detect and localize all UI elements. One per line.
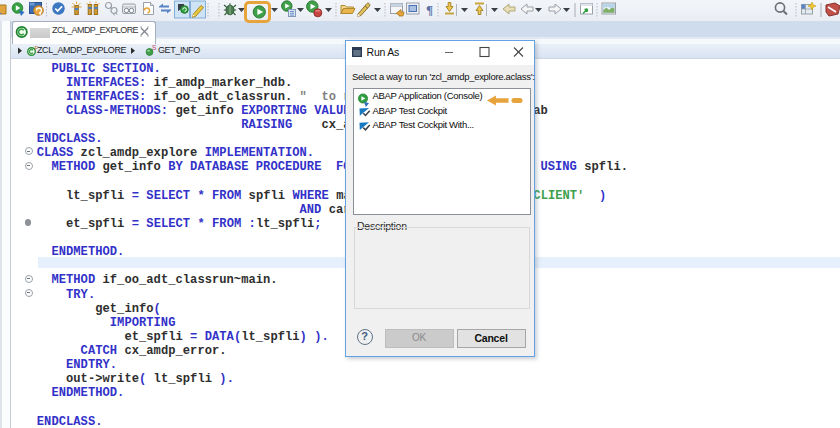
svg-text:S: S [152,44,157,51]
svg-text:¶: ¶ [426,2,433,17]
